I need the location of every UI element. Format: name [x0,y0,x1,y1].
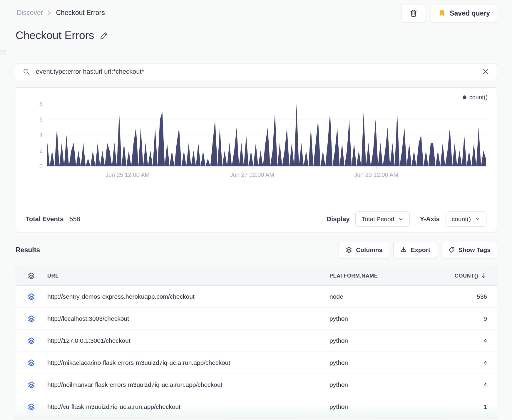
columns-button[interactable]: Columns [339,242,389,258]
display-select-value: Total Period [362,216,394,223]
url-cell[interactable]: http://sentry-demos-express.herokuapp.co… [47,293,329,300]
stack-icon[interactable] [27,359,35,367]
count-cell: 4 [453,337,497,344]
url-cell[interactable]: http://vu-flask-m3uuizd7iq-uc.a.run.app/… [47,403,329,410]
display-label: Display [327,215,349,223]
download-icon [400,246,407,253]
results-table: URL PLATFORM.NAME COUNT() http://sentry-… [15,266,497,418]
export-button[interactable]: Export [393,242,437,258]
search-bar[interactable] [15,63,497,80]
stack-icon [345,246,352,253]
chevron-down-icon [475,216,480,222]
y-tick-label: 2 [30,147,43,154]
header-actions: Saved query [401,4,497,22]
count-series-area [47,104,486,166]
chevron-right-icon [47,9,52,16]
url-cell[interactable]: http://127.0.0.1:3001/checkout [47,337,329,344]
legend-dot [463,95,466,99]
results-actions: Columns Export Show Tags [339,242,497,258]
table-row[interactable]: http://127.0.0.1:3001/checkout python 4 [15,330,497,352]
page-title: Checkout Errors [16,29,94,42]
bookmark-icon [438,9,446,17]
yaxis-select-value: count() [452,216,471,223]
x-axis: Jun 25 12:00 AMJun 27 12:00 AMJun 29 12:… [47,166,486,184]
show-tags-button[interactable]: Show Tags [441,242,497,258]
platform-cell: python [329,315,453,322]
platform-cell: node [329,293,453,300]
breadcrumb-discover-link[interactable]: Discover [17,9,43,17]
columns-button-label: Columns [356,246,382,253]
y-tick-label: 0 [30,163,43,169]
yaxis-label: Y-Axis [420,215,439,223]
y-tick-label: 4 [30,132,43,138]
display-select[interactable]: Total Period [355,211,410,227]
platform-cell: python [329,337,453,344]
trash-icon [409,9,418,18]
url-cell[interactable]: http://localhost:3003/checkout [47,315,329,322]
edit-title-icon[interactable] [99,31,109,40]
count-cell: 4 [453,359,497,366]
x-tick [376,167,377,169]
breadcrumb: Discover Checkout Errors [17,9,105,17]
x-tick [128,167,128,169]
sort-desc-icon [481,273,487,279]
x-tick [252,167,252,169]
count-cell: 9 [453,315,497,322]
y-tick-label: 6 [30,116,43,123]
sidebar-handle[interactable] [0,51,6,55]
chart-legend-item[interactable]: count() [463,94,488,101]
x-tick-label: Jun 25 12:00 AM [106,172,150,178]
stack-icon[interactable] [27,403,35,411]
saved-query-button[interactable]: Saved query [431,4,497,22]
export-button-label: Export [411,246,430,253]
results-heading: Results [16,246,40,254]
stack-icon[interactable] [27,315,35,323]
url-cell[interactable]: http://mikaelacarino-flask-errors-m3uuiz… [47,359,329,366]
platform-cell: python [329,403,453,410]
count-cell: 1 [453,403,497,410]
search-icon [23,68,31,76]
column-header-count[interactable]: COUNT() [453,273,497,279]
total-events-label: Total Events [26,215,63,223]
table-row[interactable]: http://neilmanvar-flask-errors-m3uuizd7i… [15,374,497,396]
chart-area-svg [47,104,486,166]
stack-icon[interactable] [27,381,35,389]
search-input[interactable] [36,68,476,75]
x-tick-label: Jun 27 12:00 AM [230,172,274,178]
column-header-platform[interactable]: PLATFORM.NAME [329,273,453,279]
count-header-label: COUNT() [455,273,478,279]
stack-icon [27,272,35,280]
clear-search-icon[interactable] [482,68,489,75]
column-header-url[interactable]: URL [47,273,329,279]
yaxis-select[interactable]: count() [446,211,486,227]
count-cell: 536 [453,293,497,300]
table-row[interactable]: http://vu-flask-m3uuizd7iq-uc.a.run.app/… [15,396,497,418]
stack-icon[interactable] [27,293,35,301]
table-header-row: URL PLATFORM.NAME COUNT() [15,266,497,286]
stack-icon[interactable] [27,337,35,345]
y-tick-label: 8 [30,101,43,107]
chart-footer: Total Events 558 Display Total Period Y-… [15,206,497,232]
tag-icon [448,246,455,253]
chart-panel: count() 02468 Jun 25 12:00 AMJun 27 12:0… [15,87,497,232]
chart-plot[interactable]: 02468 Jun 25 12:00 AMJun 27 12:00 AMJun … [47,104,486,166]
delete-query-button[interactable] [401,4,426,22]
table-row[interactable]: http://mikaelacarino-flask-errors-m3uuiz… [15,352,497,374]
table-row[interactable]: http://localhost:3003/checkout python 9 [15,308,497,330]
total-events-value: 558 [69,215,80,223]
url-cell[interactable]: http://neilmanvar-flask-errors-m3uuizd7i… [47,381,329,388]
saved-query-label: Saved query [450,9,490,17]
breadcrumb-current: Checkout Errors [56,9,105,17]
chevron-down-icon [398,216,404,222]
legend-label: count() [469,94,488,101]
platform-cell: python [329,359,453,366]
table-row[interactable]: http://sentry-demos-express.herokuapp.co… [15,286,497,308]
platform-cell: python [329,381,453,388]
x-tick-label: Jun 29 12:00 AM [354,172,398,178]
count-cell: 4 [453,381,497,388]
show-tags-button-label: Show Tags [459,246,491,253]
